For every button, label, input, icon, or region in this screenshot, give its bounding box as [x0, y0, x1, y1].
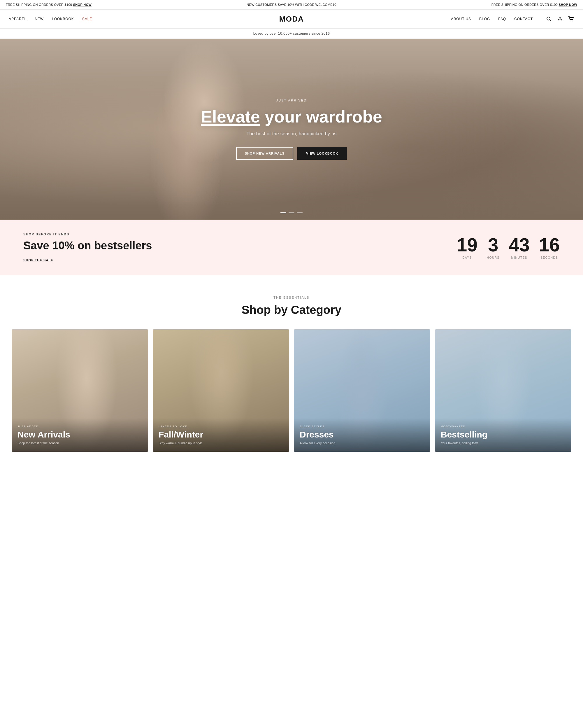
- countdown-timer: 19 DAYS 3 HOURS 43 MINUTES 16 SECONDS: [457, 236, 560, 259]
- countdown-minutes-label: MINUTES: [509, 256, 530, 259]
- countdown-days: 19 DAYS: [457, 236, 477, 259]
- nav-faq[interactable]: FAQ: [498, 17, 506, 21]
- announcement-left-text: FREE SHIPPING ON ORDERS OVER $100: [6, 3, 73, 6]
- category-section-title: Shop by Category: [12, 303, 571, 316]
- hero-dot-1[interactable]: [280, 212, 286, 213]
- hero-buttons: SHOP NEW ARRIVALS VIEW LOOKBOOK: [201, 147, 382, 160]
- countdown-seconds-number: 16: [539, 236, 560, 254]
- sale-banner: SHOP BEFORE IT ENDS Save 10% on bestsell…: [0, 219, 583, 275]
- navigation: APPAREL NEW LOOKBOOK SALE MODA ABOUT US …: [0, 10, 583, 29]
- cat-title-4: Bestselling: [441, 430, 565, 440]
- announcement-center: NEW CUSTOMERS SAVE 10% WITH CODE WELCOME…: [196, 3, 387, 6]
- countdown-days-label: DAYS: [457, 256, 477, 259]
- shop-now-link-left[interactable]: SHOP NOW: [73, 3, 92, 6]
- cat-sublabel-3: SLEEK STYLES: [300, 425, 424, 428]
- shop-now-link-right[interactable]: SHOP NOW: [558, 3, 577, 6]
- category-overlay-3: SLEEK STYLES Dresses A look for every oc…: [294, 418, 430, 452]
- sale-label: SHOP BEFORE IT ENDS: [23, 232, 439, 236]
- nav-sale[interactable]: SALE: [82, 17, 92, 21]
- hero-section: JUST ARRIVED Elevate your wardrobe The b…: [0, 39, 583, 219]
- cat-title-3: Dresses: [300, 430, 424, 440]
- cart-icon[interactable]: [568, 16, 574, 22]
- announcement-left: FREE SHIPPING ON ORDERS OVER $100 SHOP N…: [6, 3, 196, 6]
- svg-point-3: [571, 21, 571, 21]
- sale-title: Save 10% on bestsellers: [23, 239, 439, 252]
- account-icon[interactable]: [557, 16, 563, 22]
- social-proof-bar: Loved by over 10,000+ customers since 20…: [0, 29, 583, 39]
- site-logo[interactable]: MODA: [279, 15, 304, 24]
- category-grid: JUST ADDED New Arrivals Shop the latest …: [12, 329, 571, 452]
- search-icon[interactable]: [546, 16, 552, 22]
- nav-blog[interactable]: BLOG: [479, 17, 490, 21]
- cat-sublabel-1: JUST ADDED: [18, 425, 142, 428]
- nav-right: ABOUT US BLOG FAQ CONTACT: [451, 16, 574, 22]
- nav-left: APPAREL NEW LOOKBOOK SALE: [9, 17, 92, 21]
- announcement-right: FREE SHIPPING ON ORDERS OVER $100 SHOP N…: [387, 3, 577, 6]
- category-card-fall-winter[interactable]: LAYERS TO LOVE Fall/Winter Stay warm & b…: [153, 329, 289, 452]
- nav-about[interactable]: ABOUT US: [451, 17, 471, 21]
- nav-apparel[interactable]: APPAREL: [9, 17, 27, 21]
- nav-icons: [546, 16, 574, 22]
- category-card-bestselling[interactable]: MOST-WANTED Bestselling Your favorites, …: [435, 329, 571, 452]
- shop-new-arrivals-button[interactable]: SHOP NEW ARRIVALS: [236, 147, 293, 160]
- countdown-hours-number: 3: [487, 236, 500, 254]
- hero-subtitle: The best of the season, handpicked by us: [201, 131, 382, 136]
- countdown-minutes-number: 43: [509, 236, 530, 254]
- announcement-bar: FREE SHIPPING ON ORDERS OVER $100 SHOP N…: [0, 0, 583, 10]
- category-overlay-2: LAYERS TO LOVE Fall/Winter Stay warm & b…: [153, 418, 289, 452]
- view-lookbook-button[interactable]: VIEW LOOKBOOK: [297, 147, 347, 160]
- cat-desc-3: A look for every occasion: [300, 441, 424, 445]
- countdown-seconds: 16 SECONDS: [539, 236, 560, 259]
- countdown-seconds-label: SECONDS: [539, 256, 560, 259]
- nav-contact[interactable]: CONTACT: [514, 17, 533, 21]
- cat-desc-4: Your favorites, selling fast!: [441, 441, 565, 445]
- cat-desc-2: Stay warm & bundle up in style: [159, 441, 283, 445]
- cat-desc-1: Shop the latest of the season: [18, 441, 142, 445]
- category-overlay-1: JUST ADDED New Arrivals Shop the latest …: [12, 418, 148, 452]
- sale-text: SHOP BEFORE IT ENDS Save 10% on bestsell…: [23, 232, 439, 262]
- category-section-label: THE ESSENTIALS: [12, 296, 571, 299]
- category-overlay-4: MOST-WANTED Bestselling Your favorites, …: [435, 418, 571, 452]
- cat-sublabel-4: MOST-WANTED: [441, 425, 565, 428]
- countdown-hours: 3 HOURS: [487, 236, 500, 259]
- hero-dot-3[interactable]: [297, 212, 303, 213]
- svg-point-4: [572, 21, 573, 21]
- category-card-dresses[interactable]: SLEEK STYLES Dresses A look for every oc…: [294, 329, 430, 452]
- countdown-minutes: 43 MINUTES: [509, 236, 530, 259]
- hero-dot-2[interactable]: [288, 212, 295, 213]
- svg-line-1: [550, 20, 551, 21]
- countdown-hours-label: HOURS: [487, 256, 500, 259]
- hero-title: Elevate your wardrobe: [201, 107, 382, 126]
- svg-point-0: [547, 17, 550, 20]
- cat-title-1: New Arrivals: [18, 430, 142, 440]
- shop-the-sale-link[interactable]: SHOP THE SALE: [23, 258, 53, 262]
- announcement-right-text: FREE SHIPPING ON ORDERS OVER $100: [492, 3, 559, 6]
- nav-lookbook[interactable]: LOOKBOOK: [52, 17, 74, 21]
- nav-new[interactable]: NEW: [35, 17, 44, 21]
- category-card-new-arrivals[interactable]: JUST ADDED New Arrivals Shop the latest …: [12, 329, 148, 452]
- hero-content: JUST ARRIVED Elevate your wardrobe The b…: [201, 99, 382, 160]
- cat-sublabel-2: LAYERS TO LOVE: [159, 425, 283, 428]
- hero-label: JUST ARRIVED: [201, 99, 382, 102]
- category-section: THE ESSENTIALS Shop by Category JUST ADD…: [0, 275, 583, 469]
- hero-carousel-dots: [280, 212, 303, 213]
- countdown-days-number: 19: [457, 236, 477, 254]
- cat-title-2: Fall/Winter: [159, 430, 283, 440]
